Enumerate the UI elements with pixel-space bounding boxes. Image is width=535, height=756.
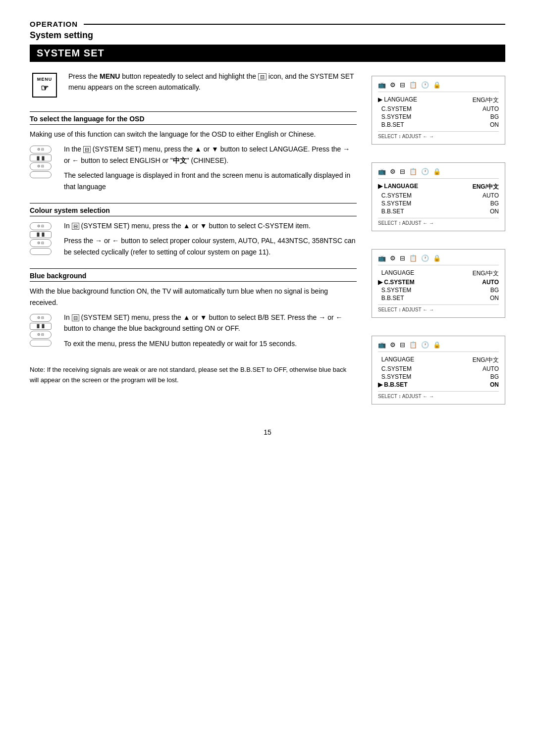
- colour-text-block: In ⊟ (SYSTEM SET) menu, press the ▲ or ▼…: [64, 220, 357, 261]
- osd-p2-icon-lock: 🔒: [433, 168, 441, 175]
- intro-text-block: Press the MENU button repeatedly to sele…: [68, 71, 357, 98]
- blue-rc-btn-4: [30, 340, 52, 347]
- osd-panel2-row1: ▶ LANGUAGE ENG/中文: [378, 183, 499, 191]
- rc-btn-4: [30, 171, 52, 178]
- osd-p2-r4-label: B.B.SET: [378, 208, 490, 215]
- osd-icon-clock: 🕐: [421, 81, 429, 89]
- rc-btn-3: ⚙ ⊟: [30, 162, 52, 170]
- right-column: 📺 ⚙ ⊟ 📋 🕐 🔒 ▶ LANGUAGE ENG/中文 C.SYSTEM A…: [372, 71, 505, 413]
- osd-icon-sys: ⊟: [400, 81, 405, 89]
- osd-icon-group: ⚙ ⊟ ▐▌▐▌ ⚙ ⊟: [30, 146, 57, 178]
- osd-p2-icon-tv: 📺: [378, 168, 386, 175]
- osd-p2-icon-sys: ⊟: [400, 168, 405, 175]
- osd-p3-icon-lock: 🔒: [433, 254, 441, 262]
- osd-panel3-icons: 📺 ⚙ ⊟ 📋 🕐 🔒: [378, 254, 499, 265]
- osd-section-divider: [30, 111, 357, 112]
- osd-p1-r2-value: AUTO: [482, 105, 499, 112]
- colour-instruction2: Press the → or ← button to select proper…: [64, 235, 357, 257]
- osd-p4-r2-label: C.SYSTEM: [378, 365, 482, 372]
- osd-p3-icon-sys: ⊟: [400, 254, 405, 262]
- osd-p4-r3-label: S.SYSTEM: [378, 373, 490, 380]
- system-set-banner: SYSTEM SET: [30, 45, 505, 62]
- osd-panel2-row4: B.B.SET ON: [378, 208, 499, 215]
- osd-p1-r1-value: ENG/中文: [473, 96, 499, 104]
- colour-section-divider: [30, 203, 357, 203]
- osd-panel3-row4: B.B.SET ON: [378, 295, 499, 302]
- osd-panel1-icons: 📺 ⚙ ⊟ 📋 🕐 🔒: [378, 81, 499, 92]
- blue-instruction1: In ⊟ (SYSTEM SET) menu, press the ▲ or ▼…: [64, 312, 357, 334]
- menu-icon: MENU ☞: [32, 73, 57, 98]
- colour-rc-btn-4: [30, 248, 52, 255]
- osd-p4-icon-lock: 🔒: [433, 341, 441, 349]
- osd-p4-r3-value: BG: [490, 373, 499, 380]
- osd-side-icons: ⚙ ⊟ ▐▌▐▌ ⚙ ⊟: [30, 144, 57, 196]
- osd-panel2-rows: ▶ LANGUAGE ENG/中文 C.SYSTEM AUTO S.SYSTEM…: [378, 183, 499, 215]
- osd-p1-r3-value: BG: [490, 113, 499, 120]
- osd-p4-r4-value: ON: [490, 381, 499, 388]
- osd-text1: Making use of this function can switch t…: [30, 129, 357, 140]
- note-text: Note: If the receiving signals are weak …: [30, 365, 357, 386]
- chinese-label: 中文: [173, 156, 187, 164]
- osd-panel2-row3: S.SYSTEM BG: [378, 200, 499, 207]
- colour-rc-btn-1: ⚙ ⊟: [30, 222, 52, 230]
- osd-p2-r2-label: C.SYSTEM: [378, 192, 482, 199]
- osd-text-block: In the ⊟ (SYSTEM SET) menu, press the ▲ …: [64, 144, 357, 196]
- system-setting-title: System setting: [30, 30, 505, 41]
- osd-p1-r4-value: ON: [490, 121, 499, 128]
- osd-p3-icon-settings: ⚙: [390, 254, 396, 262]
- menu-icon-label: MENU: [37, 77, 53, 82]
- osd-panel1-row4: B.B.SET ON: [378, 121, 499, 128]
- osd-panel3-row1: LANGUAGE ENG/中文: [378, 269, 499, 278]
- osd-p2-icon-settings: ⚙: [390, 168, 396, 175]
- osd-p3-icon-tv: 📺: [378, 254, 386, 262]
- osd-p2-r4-value: ON: [490, 208, 499, 215]
- osd-p2-icon-info: 📋: [409, 168, 417, 175]
- osd-panel4-icons: 📺 ⚙ ⊟ 📋 🕐 🔒: [378, 341, 499, 352]
- osd-p2-icon-clock: 🕐: [421, 168, 429, 175]
- colour-icon-group: ⚙ ⊟ ▐▌▐▌ ⚙ ⊟: [30, 222, 57, 255]
- osd-panel1-rows: ▶ LANGUAGE ENG/中文 C.SYSTEM AUTO S.SYSTEM…: [378, 96, 499, 128]
- blue-rc-btn-3: ⚙ ⊟: [30, 331, 52, 339]
- osd-p3-r4-label: B.B.SET: [378, 295, 490, 302]
- blue-icon-group: ⚙ ⊟ ▐▌▐▌ ⚙ ⊟: [30, 314, 57, 347]
- operation-line: [84, 24, 505, 25]
- osd-panel-4: 📺 ⚙ ⊟ 📋 🕐 🔒 LANGUAGE ENG/中文 C.SYSTEM AUT…: [372, 336, 505, 404]
- osd-p4-icon-settings: ⚙: [390, 341, 396, 349]
- osd-icon-tv: 📺: [378, 81, 386, 89]
- left-column: MENU ☞ Press the MENU button repeatedly …: [30, 71, 357, 413]
- osd-p4-icon-clock: 🕐: [421, 341, 429, 349]
- blue-rc-btn-1: ⚙ ⊟: [30, 314, 52, 322]
- colour-subsection: ⚙ ⊟ ▐▌▐▌ ⚙ ⊟ In ⊟ (SYSTEM SET) menu, pre…: [30, 220, 357, 261]
- sys-set-icon-colour: ⊟: [72, 223, 79, 230]
- osd-p4-r1-label: LANGUAGE: [378, 356, 473, 364]
- osd-p4-icon-info: 📋: [409, 341, 417, 349]
- osd-p4-icon-tv: 📺: [378, 341, 386, 349]
- osd-panel4-row4: ▶ B.B.SET ON: [378, 381, 499, 388]
- osd-p1-r2-label: C.SYSTEM: [378, 105, 482, 112]
- osd-p3-icon-info: 📋: [409, 254, 417, 262]
- osd-panel4-select-adjust: SELECT ↕ ADJUST ← →: [378, 391, 499, 399]
- osd-p2-r3-value: BG: [490, 200, 499, 207]
- osd-p1-r3-label: S.SYSTEM: [378, 113, 490, 120]
- colour-rc-btn-3: ⚙ ⊟: [30, 239, 52, 247]
- osd-instruction2: The selected language is displayed in fr…: [64, 170, 357, 192]
- osd-p3-r2-value: AUTO: [482, 279, 499, 286]
- osd-panel1-row3: S.SYSTEM BG: [378, 113, 499, 120]
- osd-p4-r2-value: AUTO: [482, 365, 499, 372]
- osd-p3-r3-value: BG: [490, 287, 499, 294]
- osd-p3-r4-value: ON: [490, 295, 499, 302]
- osd-panel4-row2: C.SYSTEM AUTO: [378, 365, 499, 372]
- blue-text-block: In ⊟ (SYSTEM SET) menu, press the ▲ or ▼…: [64, 312, 357, 353]
- blue-side-icons: ⚙ ⊟ ▐▌▐▌ ⚙ ⊟: [30, 312, 57, 353]
- osd-p3-r2-label: ▶ C.SYSTEM: [378, 279, 482, 286]
- osd-instruction: In the ⊟ (SYSTEM SET) menu, press the ▲ …: [64, 144, 357, 166]
- blue-section-divider: [30, 268, 357, 269]
- osd-p1-r4-label: B.B.SET: [378, 121, 490, 128]
- rc-btn-1: ⚙ ⊟: [30, 146, 52, 153]
- osd-panel3-row3: S.SYSTEM BG: [378, 287, 499, 294]
- osd-panel1-select-adjust: SELECT ↕ ADJUST ← →: [378, 131, 499, 139]
- colour-instruction1: In ⊟ (SYSTEM SET) menu, press the ▲ or ▼…: [64, 220, 357, 231]
- blue-instruction2: To exit the menu, press the MENU button …: [64, 338, 357, 349]
- system-set-icon: ⊟: [258, 73, 267, 80]
- osd-panel1-row2: C.SYSTEM AUTO: [378, 105, 499, 112]
